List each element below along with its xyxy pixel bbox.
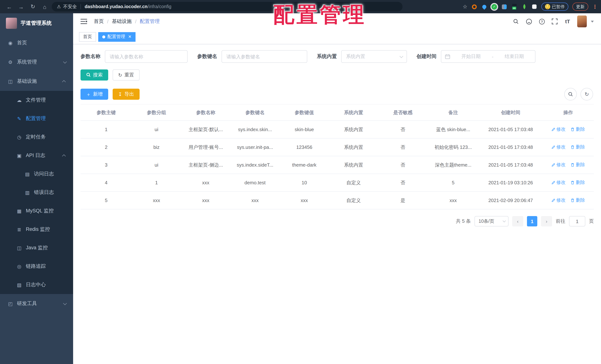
- sidebar-item-label: 基础设施: [17, 78, 37, 85]
- chrome-update-button[interactable]: 更新: [572, 3, 588, 11]
- extension-twotone-icon[interactable]: [501, 4, 507, 10]
- tab-config-management[interactable]: 配置管理 ✕: [98, 32, 136, 41]
- reload-icon[interactable]: ↻: [30, 3, 36, 10]
- home-icon[interactable]: ⌂: [41, 3, 48, 10]
- search-icon[interactable]: [512, 18, 519, 25]
- sidebar-item-label: 日志中心: [26, 282, 46, 288]
- sidebar-item-dev-tools[interactable]: ◰ 研发工具: [0, 294, 73, 313]
- clock-icon: ◷: [16, 134, 22, 140]
- sidebar-item-access-log[interactable]: ▤ 访问日志: [0, 165, 73, 183]
- fullscreen-icon[interactable]: [551, 18, 558, 25]
- user-menu-caret-icon[interactable]: [591, 20, 594, 22]
- tags-view-bar: 首页 配置管理 ✕: [73, 30, 601, 44]
- delete-button[interactable]: 删除: [571, 144, 585, 150]
- sidebar-item-redis-monitor[interactable]: ≣ Redis 监控: [0, 220, 73, 239]
- edit-button[interactable]: 修改: [551, 126, 566, 133]
- sidebar-item-mysql-monitor[interactable]: ▦ MySQL 监控: [0, 202, 73, 220]
- export-button[interactable]: ↧ 导出: [113, 89, 140, 100]
- active-dot-icon: [102, 35, 105, 38]
- annotation-overlay-title: 配置管理: [273, 1, 366, 29]
- sidebar-collapse-icon[interactable]: [80, 19, 87, 24]
- cloud-icon: ☁: [16, 97, 22, 103]
- extensions-puzzle-icon[interactable]: [531, 4, 537, 10]
- sidebar-item-infrastructure[interactable]: ◫ 基础设施: [0, 72, 73, 91]
- sidebar-item-label: 文件管理: [26, 97, 46, 103]
- header-actions: ? tT: [512, 16, 594, 27]
- sidebar-item-api-log[interactable]: ▣ API 日志: [0, 146, 73, 165]
- sidebar-item-log-center[interactable]: ▧ 日志中心: [0, 275, 73, 294]
- total-count: 共 5 条: [456, 218, 471, 224]
- sidebar-item-label: MySQL 监控: [26, 208, 54, 214]
- sidebar-item-error-log[interactable]: ▥ 错误日志: [0, 183, 73, 202]
- profile-paused-badge[interactable]: 已暂停: [541, 3, 568, 11]
- date-separator: -: [492, 54, 493, 59]
- gear-icon: ⚙: [7, 59, 13, 65]
- sidebar-item-scheduled-tasks[interactable]: ◷ 定时任务: [0, 128, 73, 146]
- sidebar-item-trace[interactable]: ◎ 链路追踪: [0, 257, 73, 275]
- java-icon: ◫: [16, 245, 22, 251]
- extension-on-badge-icon[interactable]: on: [511, 4, 517, 10]
- system-builtin-select[interactable]: 系统内置: [341, 50, 407, 63]
- search-button[interactable]: 搜索: [80, 70, 108, 81]
- edit-button[interactable]: 修改: [551, 197, 566, 203]
- next-page-button[interactable]: ›: [541, 216, 552, 226]
- trash-icon: [571, 163, 575, 167]
- forward-icon[interactable]: →: [18, 3, 24, 10]
- app-logo[interactable]: 芋道管理系统: [0, 13, 73, 33]
- goto-page-input[interactable]: [569, 216, 585, 226]
- sidebar-item-file-management[interactable]: ☁ 文件管理: [0, 91, 73, 109]
- download-icon: ↧: [118, 92, 122, 97]
- app-title: 芋道管理系统: [21, 20, 52, 27]
- date-range-picker[interactable]: 开始日期 - 结束日期: [441, 50, 535, 63]
- toggle-search-button[interactable]: [564, 88, 577, 101]
- screen: ← → ↻ ⌂ ⚠ 不安全 dashboard.yudao.iocoder.cn…: [0, 0, 601, 364]
- prev-page-button[interactable]: ‹: [512, 216, 523, 226]
- font-size-icon[interactable]: tT: [564, 18, 571, 25]
- refresh-icon: ↻: [585, 91, 589, 97]
- edit-icon: [551, 163, 555, 167]
- refresh-icon: ↻: [118, 72, 122, 77]
- extension-donut-icon[interactable]: [471, 4, 477, 10]
- edit-button[interactable]: 修改: [551, 144, 566, 150]
- github-icon[interactable]: [525, 18, 532, 25]
- sidebar-item-home[interactable]: ◉ 首页: [0, 33, 73, 52]
- extension-sprout-icon[interactable]: [521, 4, 527, 10]
- log-center-icon: ▧: [16, 282, 22, 288]
- access-log-icon: ▤: [24, 171, 30, 177]
- param-name-input[interactable]: [105, 50, 188, 63]
- page-size-select[interactable]: 10条/页: [474, 216, 509, 226]
- extension-check-icon[interactable]: ✓: [491, 4, 497, 10]
- edit-button[interactable]: 修改: [551, 180, 566, 186]
- back-icon[interactable]: ←: [6, 3, 12, 10]
- delete-button[interactable]: 删除: [571, 162, 585, 168]
- tab-home[interactable]: 首页: [79, 32, 96, 41]
- api-log-icon: ▣: [16, 153, 22, 158]
- sidebar-item-java-monitor[interactable]: ◫ Java 监控: [0, 239, 73, 257]
- delete-button[interactable]: 删除: [571, 197, 585, 203]
- create-button[interactable]: ＋ 新增: [80, 89, 108, 100]
- col-header-id: 参数主键: [80, 104, 132, 121]
- help-icon[interactable]: ?: [538, 18, 545, 25]
- breadcrumb-home[interactable]: 首页: [94, 18, 104, 25]
- param-key-input[interactable]: [221, 50, 307, 63]
- browser-menu-icon[interactable]: ⋮: [592, 4, 598, 10]
- create-time-label: 创建时间: [417, 53, 437, 60]
- error-log-icon: ▥: [24, 190, 30, 195]
- breadcrumb-infrastructure[interactable]: 基础设施: [112, 18, 132, 25]
- delete-button[interactable]: 删除: [571, 126, 585, 133]
- edit-button[interactable]: 修改: [551, 162, 566, 168]
- sidebar-item-system-management[interactable]: ⚙ 系统管理: [0, 52, 73, 72]
- chevron-up-icon: [62, 154, 66, 158]
- sidebar-item-config-management[interactable]: ✎ 配置管理: [0, 109, 73, 128]
- bookmark-star-icon[interactable]: ☆: [463, 4, 467, 10]
- close-icon[interactable]: ✕: [128, 34, 131, 39]
- filter-form: 参数名称 参数键名 系统内置 系统内置: [80, 50, 594, 63]
- delete-button[interactable]: 删除: [571, 180, 585, 186]
- reset-button[interactable]: ↻ 重置: [113, 70, 140, 81]
- extension-pin-icon[interactable]: [481, 4, 487, 10]
- refresh-table-button[interactable]: ↻: [581, 88, 593, 101]
- col-header-value: 参数键值: [280, 104, 329, 121]
- user-avatar[interactable]: [577, 16, 587, 27]
- page-number-button[interactable]: 1: [527, 216, 537, 226]
- col-header-name: 参数名称: [181, 104, 230, 121]
